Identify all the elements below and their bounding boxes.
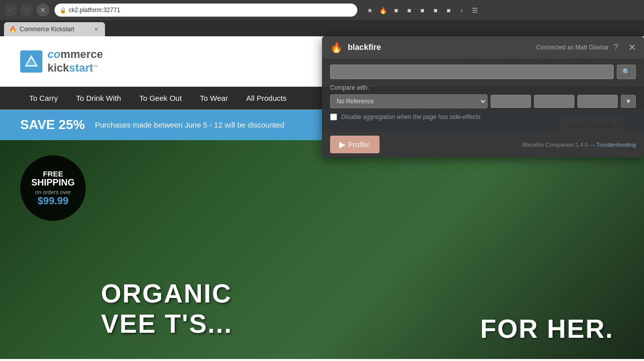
nav-item-to-drink-with[interactable]: To Drink With — [67, 87, 130, 109]
blackfire-search-input[interactable] — [330, 65, 614, 79]
logo-commerce: commerce — [47, 48, 103, 61]
nav-item-to-geek-out[interactable]: To Geek Out — [130, 87, 191, 109]
logo-badge — [20, 50, 42, 73]
blackfire-close-icon[interactable]: ✕ — [628, 42, 636, 53]
blackfire-title: blackfire — [348, 43, 381, 52]
hero-headline: ORGANIC VEE T'S... — [101, 278, 233, 339]
blackfire-compare-input1[interactable] — [491, 95, 531, 108]
blackfire-header: 🔥 blackfire Connected as Matt Glamar ? ✕ — [322, 36, 644, 58]
blackfire-cursor-icon: ▶ — [339, 140, 345, 149]
blackfire-footer-text: Blackfire Companion 1.4.0 — Troubleshoot… — [523, 142, 636, 148]
more-icon[interactable]: › — [456, 5, 467, 16]
organic-text: ORGANIC — [101, 278, 233, 309]
blackfire-body: 🔍 Compare with: No Reference ▼ Disable a… — [322, 58, 644, 132]
hero-section: FREE SHIPPING on orders over $99.99 ORGA… — [0, 140, 644, 359]
ext1-icon[interactable]: ■ — [391, 5, 402, 16]
bookmark-icon[interactable]: ★ — [364, 5, 375, 16]
flame-icon[interactable]: 🔥 — [378, 5, 389, 16]
blackfire-connected-text: Connected as Matt Glamar — [536, 44, 609, 51]
for-her-text: FOR HER. — [480, 314, 614, 344]
reload-button[interactable]: ✕ — [36, 4, 49, 17]
blackfire-profile-btn-label: Profile! — [348, 141, 370, 149]
active-tab[interactable]: 🔥 Commerce Kickstart ✕ — [4, 22, 105, 36]
tab-bar: 🔥 Commerce Kickstart ✕ — [0, 20, 644, 36]
tab-title: Commerce Kickstart — [20, 26, 89, 33]
page-area: commerce kickstart™ Blog Contact About ●… — [0, 36, 644, 361]
blackfire-disable-agg-checkbox[interactable] — [330, 113, 337, 121]
blackfire-compare-input3[interactable] — [577, 95, 618, 108]
blackfire-search-row: 🔍 — [330, 65, 636, 79]
address-bar[interactable]: 🔒 ck2.platform:32771 — [55, 4, 357, 17]
blackfire-flame-icon: 🔥 — [330, 41, 343, 53]
blackfire-compare-row: No Reference ▼ — [330, 94, 636, 108]
logo-area: commerce kickstart™ — [20, 48, 103, 75]
menu-icon[interactable]: ☰ — [469, 5, 480, 16]
blackfire-checkbox-label: Disable aggregation when the page has si… — [341, 113, 480, 121]
save-text: SAVE 25% — [20, 117, 85, 133]
logo-icon — [24, 54, 39, 69]
blackfire-condition-text: when the page has side-effects — [397, 113, 480, 121]
shipping-text: SHIPPING — [31, 178, 75, 187]
ext5-icon[interactable]: ■ — [443, 5, 454, 16]
back-button[interactable]: ← — [4, 4, 17, 17]
blackfire-checkbox-row: Disable aggregation when the page has si… — [330, 113, 636, 121]
free-text: FREE — [43, 169, 63, 178]
ext2-icon[interactable]: ■ — [404, 5, 415, 16]
nav-item-to-carry[interactable]: To Carry — [20, 87, 67, 109]
blackfire-compare-label: Compare with: — [330, 84, 636, 91]
nav-item-to-wear[interactable]: To Wear — [191, 87, 237, 109]
tab-favicon-icon: 🔥 — [9, 26, 17, 33]
blackfire-arrow-button[interactable]: ▼ — [621, 95, 636, 108]
logo-text: commerce kickstart™ — [47, 48, 103, 75]
lock-icon: 🔒 — [60, 7, 67, 14]
ext3-icon[interactable]: ■ — [417, 5, 428, 16]
nav-item-all-products[interactable]: All Products — [237, 87, 296, 109]
blackfire-compare-input2[interactable] — [534, 95, 574, 108]
vee-text: VEE T'S... — [101, 309, 233, 339]
blackfire-overlay: 🔥 blackfire Connected as Matt Glamar ? ✕… — [322, 36, 644, 157]
price-text: $99.99 — [37, 195, 68, 207]
address-text: ck2.platform:32771 — [69, 7, 120, 14]
blackfire-profile-button[interactable]: ▶ Profile! — [330, 136, 380, 153]
toolbar-icons: ★ 🔥 ■ ■ ■ ■ ■ › ☰ — [364, 5, 480, 16]
blackfire-help-icon[interactable]: ? — [614, 43, 618, 52]
blackfire-footer: ▶ Profile! Blackfire Companion 1.4.0 — T… — [322, 132, 644, 157]
blackfire-search-button[interactable]: 🔍 — [617, 65, 636, 79]
logo-kickstart: kickstart™ — [47, 62, 103, 75]
troubleshooting-link[interactable]: Troubleshooting — [597, 142, 636, 148]
free-shipping-badge: FREE SHIPPING on orders over $99.99 — [20, 155, 86, 221]
blackfire-reference-select[interactable]: No Reference — [330, 94, 488, 108]
browser-chrome: ← → ✕ 🔒 ck2.platform:32771 ★ 🔥 ■ ■ ■ ■ ■… — [0, 0, 644, 20]
forward-button[interactable]: → — [20, 4, 33, 17]
tab-close-button[interactable]: ✕ — [92, 25, 100, 33]
ext4-icon[interactable]: ■ — [430, 5, 441, 16]
orders-over-text: on orders over — [35, 189, 71, 195]
